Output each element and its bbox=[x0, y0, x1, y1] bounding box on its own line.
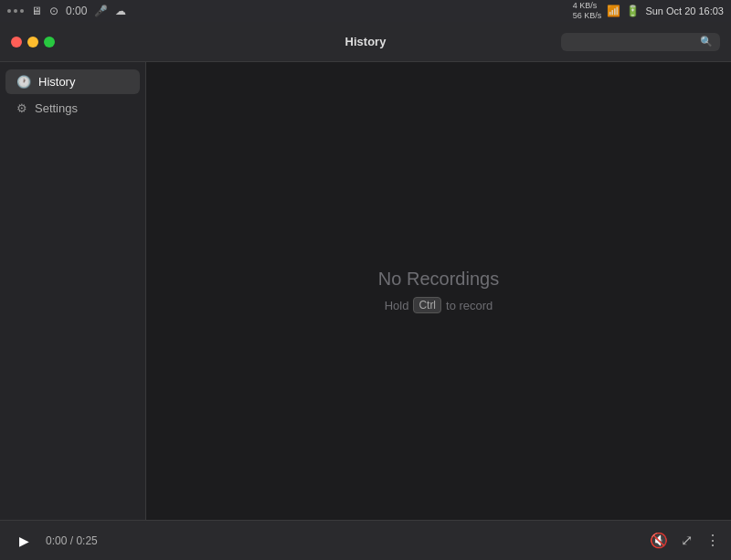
close-button[interactable] bbox=[11, 37, 22, 48]
titlebar: History 🔍 bbox=[0, 22, 731, 62]
app-window: History 🔍 🕐 History ⚙ Settings No Record… bbox=[0, 22, 731, 560]
no-recordings-title: No Recordings bbox=[378, 269, 499, 290]
monitor-icon: 🖥 bbox=[31, 5, 42, 17]
more-options-icon[interactable]: ⋮ bbox=[705, 532, 720, 549]
bottom-controls: 🔇 ⤢ ⋮ bbox=[650, 532, 720, 549]
menubar-left: 🖥 ⊙ 0:00 🎤 ☁ bbox=[7, 5, 126, 17]
play-icon: ▶ bbox=[19, 534, 29, 548]
window-title: History bbox=[345, 35, 387, 48]
time-display: 0:00 / 0:25 bbox=[46, 534, 110, 547]
main-content: No Recordings Hold Ctrl to record bbox=[146, 62, 731, 520]
microphone-icon: 🎤 bbox=[94, 5, 108, 17]
search-icon: 🔍 bbox=[700, 36, 713, 48]
maximize-button[interactable] bbox=[44, 37, 55, 48]
menu-bar: 🖥 ⊙ 0:00 🎤 ☁ 4 KB/s 56 KB/s 📶 🔋 Sun Oct … bbox=[0, 0, 731, 22]
time-total: 0:25 bbox=[76, 534, 97, 547]
sidebar-item-settings-label: Settings bbox=[35, 101, 78, 115]
menubar-dot bbox=[7, 9, 11, 13]
datetime-display: Sun Oct 20 16:03 bbox=[645, 5, 724, 16]
sidebar-item-settings[interactable]: ⚙ Settings bbox=[5, 96, 140, 121]
search-box[interactable]: 🔍 bbox=[561, 33, 720, 51]
time-current: 0:00 bbox=[46, 534, 67, 547]
settings-icon: ⚙ bbox=[16, 101, 27, 115]
wifi-icon: 📶 bbox=[607, 5, 620, 17]
ctrl-key-badge: Ctrl bbox=[413, 297, 441, 313]
time-icon: 0:00 bbox=[66, 5, 87, 17]
network-down: 56 KB/s bbox=[573, 11, 602, 21]
fullscreen-icon[interactable]: ⤢ bbox=[681, 532, 693, 549]
no-recordings-hint: Hold Ctrl to record bbox=[385, 297, 493, 313]
minimize-button[interactable] bbox=[27, 37, 38, 48]
content-area: 🕐 History ⚙ Settings No Recordings Hold … bbox=[0, 62, 731, 520]
circle-icon: ⊙ bbox=[49, 5, 58, 17]
volume-mute-icon[interactable]: 🔇 bbox=[650, 532, 668, 549]
window-controls bbox=[11, 37, 55, 48]
sidebar-item-history[interactable]: 🕐 History bbox=[5, 69, 140, 94]
cloud-icon: ☁ bbox=[115, 5, 126, 17]
hint-before-text: Hold bbox=[385, 299, 409, 312]
play-button[interactable]: ▶ bbox=[11, 528, 37, 554]
sidebar: 🕐 History ⚙ Settings bbox=[0, 62, 146, 520]
menubar-dots bbox=[7, 9, 24, 13]
network-up: 4 KB/s bbox=[573, 1, 602, 11]
history-icon: 🕐 bbox=[16, 75, 31, 89]
bottom-bar: ▶ 0:00 / 0:25 🔇 ⤢ ⋮ bbox=[0, 520, 731, 560]
sidebar-item-history-label: History bbox=[38, 75, 75, 89]
menubar-right: 4 KB/s 56 KB/s 📶 🔋 Sun Oct 20 16:03 bbox=[573, 1, 724, 21]
search-input[interactable] bbox=[568, 36, 696, 48]
network-info: 4 KB/s 56 KB/s bbox=[573, 1, 602, 21]
menubar-dot bbox=[14, 9, 17, 13]
menubar-dot bbox=[20, 9, 24, 13]
battery-icon: 🔋 bbox=[626, 5, 640, 17]
hint-after-text: to record bbox=[446, 299, 493, 312]
